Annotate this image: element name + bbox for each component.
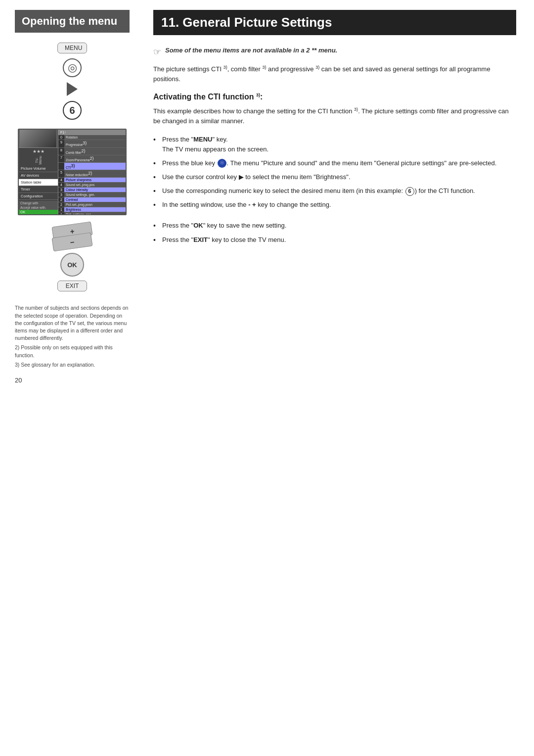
right-column: 11. General Picture Settings ☞ Some of t… [138,0,534,756]
row-label: Comb filter2) [64,148,126,155]
left-footnote: The number of subjects and sections depe… [15,304,130,371]
left-header: Opening the menu [15,10,130,33]
tv-right-rows: 0 Rotation 9 Progressive3) 8 Comb filter… [58,135,126,215]
row-label: Sound settings, gen. [64,192,126,197]
table-row: 5 Noise reduction2) [58,170,126,178]
menu-button-label: MENU [57,43,87,53]
table-row-brightness: 1 Brightness [58,207,126,212]
row-num: 1 [58,207,64,212]
page: Opening the menu MENU ◎ 6 ★★★ TV-Menu [0,0,534,756]
final-bullets: Press the "OK" key to save the new setti… [153,221,516,248]
tv-menu-screenshot: ★★★ TV-Menu Picture·Volume AV devices St… [18,129,127,215]
list-item-numeric: Use the corresponding numeric key to sel… [153,186,516,196]
arrow-right-icon [67,82,78,96]
row-num: 8 [58,148,64,155]
tv-ok-bar: OK [19,210,58,214]
note-icon: ☞ [153,47,161,57]
footnote-2: 2) Possible only on sets equipped with t… [15,344,130,359]
row-label: Pict. settings, gen. [64,212,126,215]
menu-icons-area: MENU ◎ 6 [15,43,130,120]
table-row: 2 Pict.set.,prog.posn [58,202,126,207]
row-label: Brightness [64,207,126,212]
row-label: Pict.set.,prog.posn [64,202,126,207]
footnote-main: The number of subjects and sections depe… [15,304,130,342]
row-num: 5 [58,170,64,177]
body-text-2: This example describes how to change the… [153,106,516,127]
tv-menu-vertical-label: TV-Menu [19,155,58,166]
tv-right-panel: F1↑ 0 Rotation 9 Progressive3) 8 [58,130,126,214]
table-row-colour: 3 Colour intensity [58,188,126,192]
cursor-icon: ◎ [63,58,82,77]
row-label: Picture sharpness [64,178,126,182]
remote-area: + − OK EXIT [15,224,130,291]
left-column: Opening the menu MENU ◎ 6 ★★★ TV-Menu [0,0,138,756]
tv-menu-item-timer: Timer [19,186,58,193]
list-item-ok: Press the "OK" key to save the new setti… [153,221,516,231]
tv-right-header: F1↑ [58,130,126,135]
number-six-icon: 6 [63,101,82,120]
table-row: 0 Rotation [58,135,126,140]
note-text: Some of the menu items are not available… [165,46,337,55]
tv-menu-item-av: AV devices [19,172,58,179]
page-number: 20 [15,377,130,384]
tv-menu-items: Picture·Volume AV devices Station table … [19,165,58,200]
row-label: Contrast [64,197,126,202]
row-num: 1 [58,212,64,215]
exit-button[interactable]: EXIT [57,281,87,291]
table-row: 8 Comb filter2) [58,148,126,155]
table-row: 1 Pict. settings, gen. [58,212,126,215]
row-num: 2 [58,197,64,202]
right-header: 11. General Picture Settings [153,10,516,35]
row-label: Progressive3) [64,140,126,147]
table-row: 4 Sound set.,prog.pos [58,183,126,188]
tv-stars: ★★★ [19,148,58,155]
circle-six: 6 [405,187,414,196]
tv-image-placeholder [20,130,56,147]
row-num [58,163,64,170]
tv-right-header-label: F1↑ [60,131,66,134]
plus-minus-keys: + − [52,224,92,249]
row-num: 4 [58,183,64,187]
note-box: ☞ Some of the menu items are not availab… [153,46,516,57]
table-row: 7 Zoom/Panorama2) [58,155,126,163]
instruction-list: Press the "MENU" key.The TV menu appears… [153,135,516,214]
table-row-contrast: 2 Contrast [58,197,126,202]
row-num: 0 [58,135,64,140]
row-label: Rotation [64,135,126,140]
tv-menu-item-config: Configuration [19,193,58,200]
tv-image-area [19,130,57,147]
section-title-cti: Activating the CTI function 3): [153,93,516,101]
table-row: 3 Sound settings, gen. [58,192,126,197]
tv-menu-item-station: Station table [19,179,58,186]
list-item-blue-key: Press the blue key ☉. The menu "Picture … [153,158,516,168]
row-label: Noise reduction2) [64,170,126,177]
row-num: 9 [58,140,64,147]
list-item-exit: Press the "EXIT" key to close the TV men… [153,235,516,245]
tv-change-label: Change with [19,201,58,205]
tv-accept-label: Accept value with. [19,205,58,210]
row-num: 7 [58,155,64,162]
table-row: 9 Progressive3) [58,140,126,147]
list-item: Press the "MENU" key.The TV menu appears… [153,135,516,154]
table-row-cti: CTI3) [58,163,126,170]
row-num: 3 [58,192,64,197]
row-num: 3 [58,188,64,192]
tv-menu-item-picture: Picture·Volume [19,165,58,172]
list-item-setting: In the setting window, use the - + key t… [153,200,516,210]
row-num: 2 [58,202,64,207]
row-label: CTI3) [64,163,126,170]
tv-left-panel: ★★★ TV-Menu Picture·Volume AV devices St… [19,130,58,214]
row-label: Colour intensity [64,188,126,192]
ok-button[interactable]: OK [60,253,84,277]
table-row-sharpness: 4 Picture sharpness [58,178,126,183]
footnote-3: 3) See glossary for an explanation. [15,361,130,369]
list-item-cursor: Use the cursor control key ▶ to select t… [153,172,516,182]
row-num: 4 [58,178,64,182]
blue-key-icon: ☉ [218,159,226,168]
body-text-1: The picture settings CTI 3), comb filter… [153,64,516,85]
row-label: Zoom/Panorama2) [64,155,126,162]
row-label: Sound set.,prog.pos [64,183,126,187]
